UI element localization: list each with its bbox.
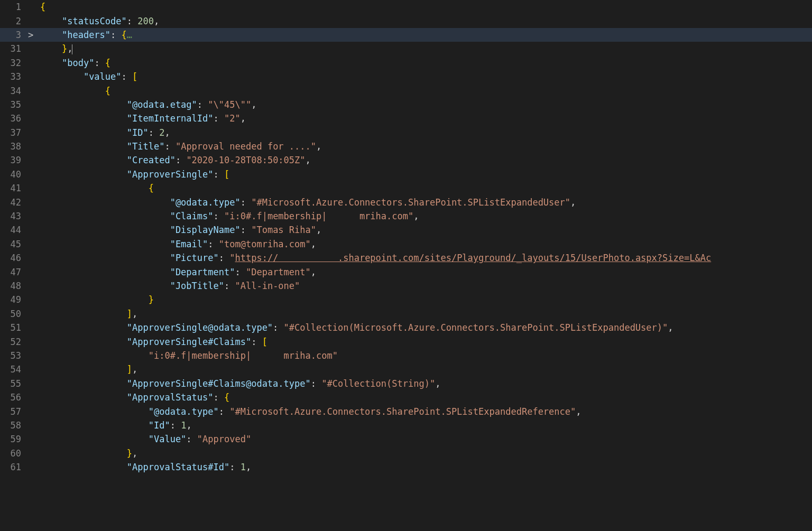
token-string: "#Microsoft.Azure.Connectors.SharePoint.…: [251, 197, 570, 208]
code-content[interactable]: "value": [: [36, 71, 137, 82]
code-content[interactable]: "body": {: [36, 58, 110, 68]
line-number: 43: [0, 211, 25, 221]
line-number: 56: [0, 392, 25, 403]
code-content[interactable]: "ItemInternalId": "2",: [36, 113, 246, 124]
code-content[interactable]: "ApproverSingle": [: [36, 169, 229, 180]
code-content[interactable]: "Email": "tom@tomriha.com",: [36, 239, 316, 249]
code-content[interactable]: "statusCode": 200,: [36, 16, 159, 26]
code-content[interactable]: "ID": 2,: [36, 127, 170, 138]
code-content[interactable]: ],: [36, 309, 137, 319]
code-line[interactable]: 3> "headers": {…: [0, 28, 812, 42]
code-content[interactable]: "Department": "Department",: [36, 267, 316, 277]
code-line[interactable]: 54 ],: [0, 362, 812, 376]
code-content[interactable]: "@odata.type": "#Microsoft.Azure.Connect…: [36, 406, 582, 417]
code-content[interactable]: },: [36, 43, 72, 54]
code-line[interactable]: 51 "ApproverSingle@odata.type": "#Collec…: [0, 321, 812, 334]
code-content[interactable]: "headers": {…: [36, 30, 132, 40]
code-content[interactable]: {: [36, 86, 110, 96]
token-delim: {: [122, 30, 127, 40]
code-line[interactable]: 33 "value": [: [0, 70, 812, 83]
code-line[interactable]: 60 },: [0, 446, 812, 460]
code-content[interactable]: "JobTitle": "All-in-one": [36, 281, 300, 291]
token-punc: [40, 337, 127, 347]
code-line[interactable]: 50 ],: [0, 307, 812, 321]
code-line[interactable]: 52 "ApproverSingle#Claims": [: [0, 334, 812, 348]
token-punc: :: [214, 113, 224, 124]
code-content[interactable]: "@odata.type": "#Microsoft.Azure.Connect…: [36, 197, 576, 208]
code-line[interactable]: 59 "Value": "Approved": [0, 432, 812, 446]
code-line[interactable]: 34 {: [0, 83, 812, 97]
code-content[interactable]: "ApprovalStatus": {: [36, 392, 229, 403]
token-punc: :: [186, 434, 197, 444]
code-line[interactable]: 53 "i:0#.f|membership| mriha.com": [0, 349, 812, 362]
token-string: "Tomas Riha": [251, 225, 316, 235]
code-line[interactable]: 41 {: [0, 181, 812, 195]
token-num: 200: [137, 16, 154, 26]
code-content[interactable]: }: [36, 294, 154, 305]
token-delim: {: [105, 86, 110, 96]
code-line[interactable]: 32 "body": {: [0, 56, 812, 70]
token-punc: [40, 225, 170, 235]
code-content[interactable]: {: [36, 183, 154, 193]
code-content[interactable]: "ApproverSingle#Claims@odata.type": "#Co…: [36, 378, 440, 389]
code-content[interactable]: "DisplayName": "Tomas Riha",: [36, 225, 321, 235]
code-content[interactable]: {: [36, 2, 45, 12]
code-line[interactable]: 49 }: [0, 293, 812, 306]
token-delim: {: [40, 2, 45, 12]
code-content[interactable]: "Title": "Approval needed for ....",: [36, 141, 321, 152]
code-line[interactable]: 36 "ItemInternalId": "2",: [0, 111, 812, 125]
code-content[interactable]: },: [36, 448, 137, 459]
token-punc: :: [241, 197, 251, 208]
code-line[interactable]: 46 "Picture": "https:// .sharepoint.com/…: [0, 251, 812, 265]
code-line[interactable]: 43 "Claims": "i:0#.f|membership| mriha.c…: [0, 209, 812, 223]
code-content[interactable]: "Value": "Approved": [36, 434, 251, 444]
code-content[interactable]: "Claims": "i:0#.f|membership| mriha.com"…: [36, 211, 419, 221]
token-punc: ,: [132, 364, 137, 375]
code-line[interactable]: 48 "JobTitle": "All-in-one": [0, 279, 812, 293]
code-line[interactable]: 45 "Email": "tom@tomriha.com",: [0, 237, 812, 251]
code-content[interactable]: "Id": 1,: [36, 420, 192, 431]
code-line[interactable]: 42 "@odata.type": "#Microsoft.Azure.Conn…: [0, 195, 812, 209]
token-delim: {: [105, 58, 110, 68]
code-line[interactable]: 55 "ApproverSingle#Claims@odata.type": "…: [0, 377, 812, 390]
token-punc: [40, 253, 170, 263]
line-number: 50: [0, 309, 25, 319]
token-punc: :: [229, 462, 240, 472]
code-line[interactable]: 38 "Title": "Approval needed for ....",: [0, 139, 812, 153]
code-line[interactable]: 35 "@odata.etag": "\"45\"",: [0, 98, 812, 111]
code-line[interactable]: 44 "DisplayName": "Tomas Riha",: [0, 223, 812, 237]
code-editor[interactable]: 1{2 "statusCode": 200,3> "headers": {…31…: [0, 0, 812, 531]
token-punc: [40, 16, 62, 26]
code-line[interactable]: 56 "ApprovalStatus": {: [0, 390, 812, 404]
token-punc: ,: [311, 239, 316, 249]
code-line[interactable]: 2 "statusCode": 200,: [0, 14, 812, 27]
token-punc: [40, 99, 127, 110]
line-number: 39: [0, 155, 25, 165]
token-fold: …: [127, 30, 132, 40]
code-content[interactable]: "Created": "2020-10-28T08:50:05Z",: [36, 155, 311, 165]
token-punc: [40, 169, 127, 180]
code-content[interactable]: "ApproverSingle@odata.type": "#Collectio…: [36, 322, 673, 333]
code-line[interactable]: 40 "ApproverSingle": [: [0, 167, 812, 181]
code-content[interactable]: "i:0#.f|membership| mriha.com": [36, 350, 338, 361]
token-punc: [40, 309, 127, 319]
code-line[interactable]: 31 },: [0, 42, 812, 55]
token-punc: ,: [576, 406, 581, 417]
code-line[interactable]: 58 "Id": 1,: [0, 418, 812, 432]
code-line[interactable]: 1{: [0, 0, 812, 14]
code-line[interactable]: 39 "Created": "2020-10-28T08:50:05Z",: [0, 153, 812, 167]
chevron-right-icon[interactable]: >: [25, 30, 36, 40]
code-content[interactable]: "Picture": "https:// .sharepoint.com/sit…: [36, 253, 711, 263]
code-line[interactable]: 61 "ApprovalStatus#Id": 1,: [0, 460, 812, 474]
token-string: "Approved": [197, 434, 251, 444]
code-content[interactable]: "ApprovalStatus#Id": 1,: [36, 462, 251, 472]
code-content[interactable]: ],: [36, 364, 137, 375]
code-line[interactable]: 57 "@odata.type": "#Microsoft.Azure.Conn…: [0, 404, 812, 418]
code-content[interactable]: "ApproverSingle#Claims": [: [36, 337, 267, 347]
token-key: "Created": [127, 155, 176, 165]
code-line[interactable]: 47 "Department": "Department",: [0, 265, 812, 278]
token-delim: [: [132, 71, 137, 82]
code-content[interactable]: "@odata.etag": "\"45\"",: [36, 99, 256, 110]
code-line[interactable]: 37 "ID": 2,: [0, 126, 812, 139]
token-punc: [40, 197, 170, 208]
